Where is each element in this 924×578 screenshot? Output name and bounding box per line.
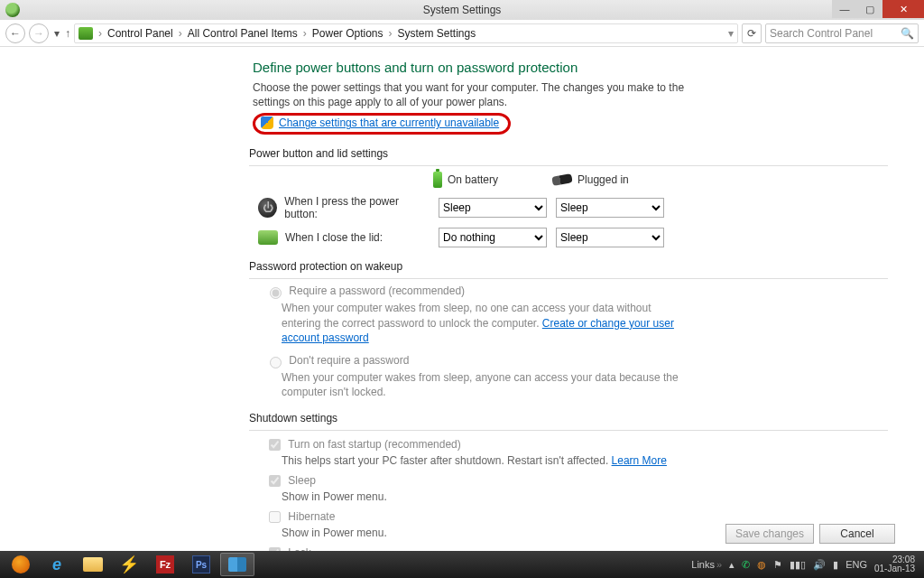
address-bar-row: ← → ▾ ↑ › Control Panel › All Control Pa… [0,20,924,47]
learn-more-link[interactable]: Learn More [612,454,667,467]
taskbar-app-photoshop[interactable]: Ps [184,553,218,576]
window-titlebar: System Settings — ▢ ✕ [0,0,924,20]
button-bar: Save changes Cancel [725,524,895,544]
taskbar-app-filezilla[interactable]: Fz [148,553,182,576]
breadcrumb-item[interactable]: Power Options [312,27,383,40]
divider [249,430,888,431]
links-toolbar[interactable]: Links » [691,559,722,570]
page-title: Define power buttons and turn on passwor… [253,60,888,75]
tray-language[interactable]: ENG [845,559,867,570]
maximize-button[interactable]: ▢ [857,0,882,18]
chevron-right-icon: › [386,27,393,40]
history-dropdown-icon[interactable]: ▾ [52,27,61,40]
close-button[interactable]: ✕ [882,0,924,18]
tray-flag-icon[interactable]: ⚑ [773,559,782,571]
tray-volume-icon[interactable]: 🔊 [813,559,826,571]
taskbar-app-ie[interactable]: e [40,553,74,576]
refresh-button[interactable]: ⟳ [742,23,762,43]
back-button[interactable]: ← [5,23,25,43]
power-button-battery-select[interactable]: Sleep [439,198,547,218]
chevron-right-icon: › [301,27,309,40]
chevron-right-icon: › [177,27,184,40]
search-icon: 🔍 [901,27,914,40]
breadcrumb-item[interactable]: System Settings [397,27,476,40]
divider [249,165,888,166]
section-heading-power: Power button and lid settings [249,147,888,160]
taskbar-app-control-panel[interactable] [220,553,254,576]
window-title: System Settings [423,4,502,16]
row-label: When I close the lid: [285,231,383,244]
search-input[interactable]: Search Control Panel 🔍 [765,23,919,43]
column-header-plugged: Plugged in [552,173,629,186]
radio-no-password [270,357,282,368]
radio-description: When your computer wakes from sleep, no … [282,301,679,345]
checkbox-label: Hibernate [288,510,335,523]
chevron-down-icon[interactable]: ▾ [728,27,734,40]
control-panel-icon [79,27,93,40]
section-heading-shutdown: Shutdown settings [249,412,888,424]
radio-label: Don't require a password [289,354,409,367]
search-placeholder: Search Control Panel [770,27,873,40]
row-power-button: ⏻ When I press the power button: Sleep S… [258,195,888,220]
tray-battery-icon[interactable]: ▮ [833,559,838,571]
minimize-button[interactable]: — [832,0,857,18]
taskbar: e ⚡ Fz Ps Links » ▴ ✆ ◍ ⚑ ▮▮▯ 🔊 ▮ ENG 23… [0,551,924,578]
column-header-battery: On battery [433,172,498,188]
tray-clock[interactable]: 23:08 01-Jan-13 [874,555,915,574]
section-heading-password: Password protection on wakeup [249,260,888,273]
breadcrumb-item[interactable]: Control Panel [107,27,173,40]
highlighted-annotation: Change settings that are currently unava… [253,113,511,135]
up-button[interactable]: ↑ [65,27,70,40]
checkbox-sleep [269,475,281,487]
radio-description: When your computer wakes from sleep, any… [282,370,679,399]
radio-require-password [270,287,282,299]
radio-label: Require a password (recommended) [289,285,465,298]
checkbox-label: Turn on fast startup (recommended) [288,438,461,451]
tray-whatsapp-icon[interactable]: ✆ [742,559,750,571]
page-description: Choose the power settings that you want … [253,80,686,109]
checkbox-description: This helps start your PC faster after sh… [282,454,888,467]
system-tray: Links » ▴ ✆ ◍ ⚑ ▮▮▯ 🔊 ▮ ENG 23:08 01-Jan… [691,555,920,574]
tray-sync-icon[interactable]: ◍ [757,559,766,571]
power-button-plugged-select[interactable]: Sleep [556,198,664,218]
shield-icon [261,117,273,129]
checkbox-description: Show in Power menu. [282,490,888,503]
checkbox-hibernate [269,511,281,523]
lid-icon [258,230,278,245]
close-lid-battery-select[interactable]: Do nothing [439,228,547,247]
save-changes-button[interactable]: Save changes [725,524,814,544]
tray-overflow-icon[interactable]: ▴ [729,559,735,571]
page-content: Define power buttons and turn on passwor… [0,47,924,551]
tray-network-icon[interactable]: ▮▮▯ [790,559,806,571]
app-icon [5,3,20,17]
row-close-lid: When I close the lid: Do nothing Sleep [258,228,888,247]
checkbox-label: Sleep [288,474,316,487]
plug-icon [551,174,572,187]
chevron-right-icon: › [97,27,104,40]
breadcrumb-item[interactable]: All Control Panel Items [188,27,298,40]
taskbar-app-winamp[interactable]: ⚡ [112,553,146,576]
divider [249,278,888,279]
taskbar-app-firefox[interactable] [4,553,38,576]
row-label: When I press the power button: [284,195,430,220]
change-unavailable-settings-link[interactable]: Change settings that are currently unava… [279,117,499,129]
cancel-button[interactable]: Cancel [819,524,895,544]
checkbox-fast-startup [269,439,281,451]
taskbar-app-explorer[interactable] [76,553,110,576]
chevron-icon: » [716,559,722,570]
close-lid-plugged-select[interactable]: Sleep [556,228,664,247]
forward-button[interactable]: → [29,23,49,43]
breadcrumb[interactable]: › Control Panel › All Control Panel Item… [74,23,738,43]
power-icon: ⏻ [258,198,277,218]
battery-icon [433,172,442,188]
